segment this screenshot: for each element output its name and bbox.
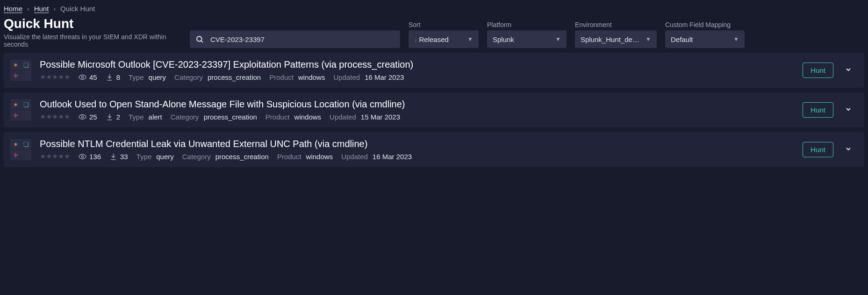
results-list: ✶ ❏ ✛ Possible Microsoft Outlook [CVE-20… [0,53,868,167]
search-icon [195,35,204,43]
category-value: process_creation [215,153,269,161]
target-icon[interactable]: ✛ [10,110,21,120]
filter-sort: Sort ↓Released ▼ [409,21,479,48]
arrow-down-icon: ↓ [414,36,417,43]
type-label: Type [129,73,144,81]
title-block: Quick Hunt Visualize the latest threats … [4,16,181,48]
svg-line-1 [201,41,202,42]
tag-grid: ✶ ❏ ✛ [10,139,31,160]
platform-select[interactable]: Splunk ▼ [487,30,567,48]
hunt-button[interactable]: Hunt [803,102,833,118]
filter-platform-label: Platform [487,21,567,28]
sort-value: Released [419,35,449,43]
result-card: ✶ ❏ ✛ Outlook Used to Open Stand-Alone M… [4,92,864,127]
downloads-value: 2 [116,113,120,121]
bug-icon[interactable]: ✶ [10,60,21,70]
environment-value: Splunk_Hunt_dem... [581,35,641,43]
target-icon[interactable]: ✛ [10,150,21,160]
sort-select[interactable]: ↓Released ▼ [409,30,479,48]
filter-environment: Environment Splunk_Hunt_dem... ▼ [575,21,657,48]
stack-icon[interactable]: ❏ [21,60,31,70]
eye-icon [79,73,86,81]
search-input[interactable] [209,35,395,44]
updated-label: Updated [330,113,356,121]
downloads-stat: 2 [106,113,120,121]
category-label: Category [174,73,203,81]
tag-empty [21,70,31,81]
chevron-down-icon: ▼ [555,36,561,42]
downloads-stat: 33 [109,153,128,161]
result-title[interactable]: Outlook Used to Open Stand-Alone Message… [40,99,794,110]
card-body: Possible Microsoft Outlook [CVE-2023-233… [40,59,794,81]
updated-label: Updated [341,153,368,161]
page-subtitle: Visualize the latest threats in your SIE… [4,33,181,48]
tag-empty [21,110,31,120]
chevron-down-icon [845,145,852,153]
filter-environment-label: Environment [575,21,657,28]
product-value: windows [306,153,333,161]
cfm-select[interactable]: Default ▼ [665,30,745,48]
chevron-down-icon: ▼ [646,36,651,42]
updated-value: 16 Mar 2023 [365,73,404,81]
expand-toggle[interactable] [842,103,855,118]
category-label: Category [171,113,199,121]
type-value: query [156,153,174,161]
search-input-wrap[interactable] [190,30,400,48]
result-card: ✶ ❏ ✛ Possible NTLM Credential Leak via … [4,132,864,167]
svg-point-4 [81,155,83,157]
breadcrumb-current: Quick Hunt [60,5,95,13]
meta-row: ★★★★★ 25 2 Typealert Categoryprocess_cre… [40,112,794,121]
type-value: alert [149,113,162,121]
chevron-right-icon: › [27,5,29,13]
svg-point-0 [197,36,202,42]
page-header: Quick Hunt Visualize the latest threats … [0,16,868,53]
target-icon[interactable]: ✛ [10,70,21,81]
breadcrumb-home[interactable]: Home [4,5,22,13]
svg-point-3 [81,116,83,118]
rating-stars[interactable]: ★★★★★ [40,152,70,161]
views-value: 45 [89,73,97,81]
expand-toggle[interactable] [842,142,855,157]
updated-value: 15 Mar 2023 [361,113,400,121]
filter-platform: Platform Splunk ▼ [487,21,567,48]
category-label: Category [182,153,211,161]
chevron-right-icon: › [53,5,56,13]
bug-icon[interactable]: ✶ [10,139,21,149]
hunt-button[interactable]: Hunt [803,63,833,78]
svg-point-2 [81,76,83,78]
filter-cfm: Custom Field Mapping Default ▼ [665,21,745,48]
hunt-button[interactable]: Hunt [803,142,833,157]
type-label: Type [136,153,152,161]
platform-value: Splunk [493,35,514,43]
updated-label: Updated [333,73,360,81]
views-value: 25 [89,113,97,121]
downloads-value: 33 [120,153,128,161]
bug-icon[interactable]: ✶ [10,99,21,110]
card-body: Possible NTLM Credential Leak via Unwant… [40,139,794,161]
result-title[interactable]: Possible Microsoft Outlook [CVE-2023-233… [40,59,794,70]
views-stat: 25 [79,113,97,121]
product-label: Product [277,153,301,161]
result-title[interactable]: Possible NTLM Credential Leak via Unwant… [40,139,794,149]
chevron-down-icon [845,66,852,73]
eye-icon [79,153,86,161]
download-icon [106,73,114,81]
chevron-down-icon: ▼ [733,36,739,42]
cfm-value: Default [671,35,693,43]
breadcrumb-hunt[interactable]: Hunt [34,5,49,13]
environment-select[interactable]: Splunk_Hunt_dem... ▼ [575,30,657,48]
stack-icon[interactable]: ❏ [21,99,31,110]
expand-toggle[interactable] [842,63,855,78]
rating-stars[interactable]: ★★★★★ [40,73,70,81]
meta-row: ★★★★★ 45 8 Typequery Categoryprocess_cre… [40,73,794,81]
downloads-stat: 8 [106,73,120,81]
rating-stars[interactable]: ★★★★★ [40,112,70,121]
result-card: ✶ ❏ ✛ Possible Microsoft Outlook [CVE-20… [4,53,864,88]
type-label: Type [129,113,144,121]
filter-cfm-label: Custom Field Mapping [665,21,745,28]
updated-value: 16 Mar 2023 [373,153,412,161]
stack-icon[interactable]: ❏ [21,139,31,149]
chevron-down-icon [845,105,852,113]
downloads-value: 8 [116,73,120,81]
breadcrumb: Home › Hunt › Quick Hunt [0,0,868,16]
